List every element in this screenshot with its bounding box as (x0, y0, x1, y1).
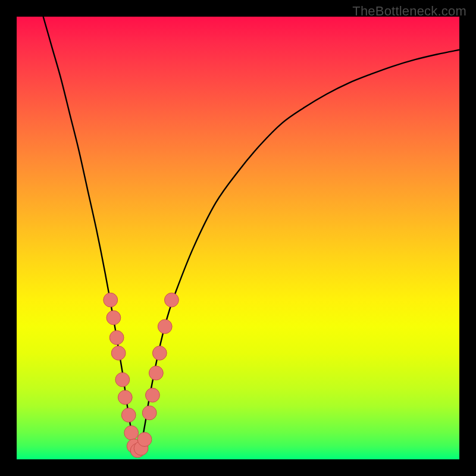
marker-dot (115, 372, 130, 387)
marker-dot (109, 331, 124, 345)
marker-dot (121, 408, 136, 422)
plot-area (17, 17, 459, 459)
outer-frame: TheBottleneck.com (0, 0, 476, 476)
marker-dot (107, 311, 121, 325)
v-curve (43, 17, 459, 452)
marker-dot (104, 293, 118, 307)
marker-dot (158, 320, 172, 334)
marker-dot (165, 293, 179, 307)
marker-dot (137, 433, 152, 447)
marker-dot (146, 388, 160, 402)
marker-dot (111, 346, 126, 361)
watermark-text: TheBottleneck.com (352, 4, 466, 19)
marker-dot (152, 346, 167, 361)
marker-dot (118, 390, 132, 405)
chart-svg (17, 17, 459, 459)
curve-layer (43, 17, 459, 452)
marker-dot (149, 366, 163, 380)
marker-dot (142, 406, 156, 420)
marker-dot (124, 425, 139, 440)
